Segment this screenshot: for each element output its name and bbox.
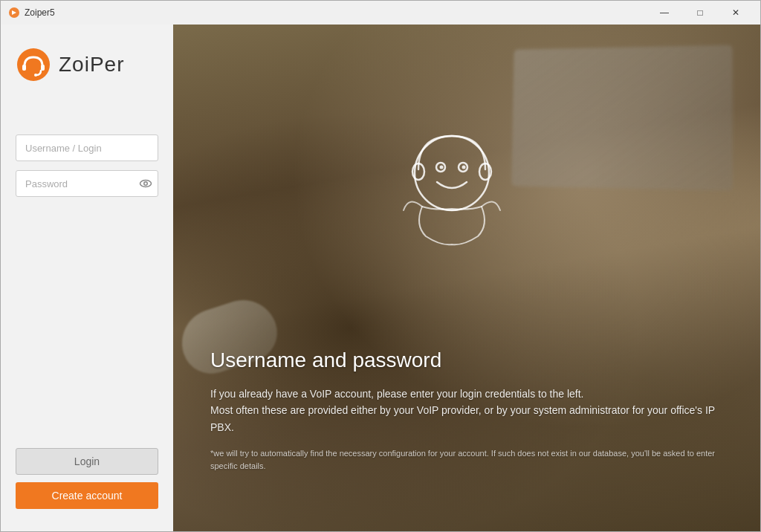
- svg-rect-2: [22, 65, 26, 71]
- window-title: Zoiper5: [25, 7, 647, 18]
- username-input[interactable]: [16, 134, 158, 161]
- close-button[interactable]: ✕: [719, 1, 753, 25]
- svg-point-10: [440, 166, 444, 169]
- app-body: ZoiPer: [1, 25, 760, 531]
- svg-point-11: [462, 166, 466, 169]
- maximize-button[interactable]: □: [683, 1, 717, 25]
- password-input[interactable]: [16, 170, 158, 197]
- app-window: Zoiper5 — □ ✕: [0, 0, 761, 532]
- window-controls: — □ ✕: [647, 1, 753, 25]
- right-panel: Username and password If you already hav…: [173, 25, 760, 531]
- laptop-bg: [511, 45, 733, 191]
- mascot-area: [392, 114, 541, 262]
- logo-icon: [16, 47, 51, 82]
- logo-text: ZoiPer: [59, 53, 124, 77]
- right-panel-desc1: If you already have a VoIP account, plea…: [210, 386, 738, 435]
- svg-point-5: [140, 181, 152, 187]
- right-content: Username and password If you already hav…: [210, 348, 738, 472]
- svg-point-4: [34, 74, 37, 77]
- right-panel-title: Username and password: [210, 348, 738, 372]
- toggle-password-button[interactable]: [139, 177, 152, 190]
- right-panel-note: *we will try to automatically find the n…: [210, 447, 738, 472]
- form-area: [16, 120, 158, 448]
- login-button[interactable]: Login: [16, 448, 158, 475]
- logo-area: ZoiPer: [16, 39, 158, 82]
- buttons-area: Login Create account: [16, 448, 158, 509]
- svg-point-6: [144, 182, 148, 186]
- svg-point-7: [415, 136, 489, 210]
- svg-point-1: [17, 48, 50, 81]
- eye-icon: [139, 177, 152, 190]
- app-icon: [8, 7, 20, 19]
- create-account-button[interactable]: Create account: [16, 482, 158, 509]
- mascot-svg: [392, 114, 511, 262]
- left-panel: ZoiPer: [1, 25, 173, 531]
- password-wrapper: [16, 170, 158, 197]
- minimize-button[interactable]: —: [647, 1, 681, 25]
- username-wrapper: [16, 134, 158, 161]
- svg-rect-3: [41, 65, 45, 71]
- titlebar: Zoiper5 — □ ✕: [1, 1, 760, 25]
